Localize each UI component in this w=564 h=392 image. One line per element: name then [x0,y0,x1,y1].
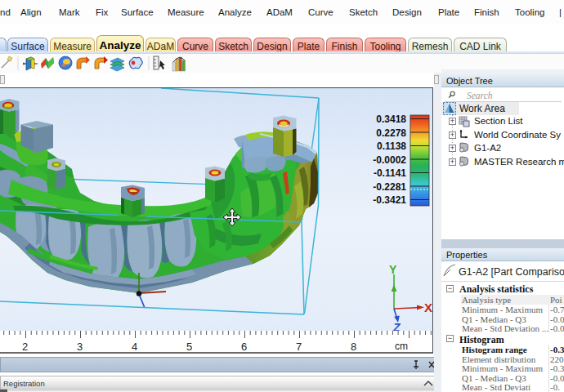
svg-text:0.1138: 0.1138 [377,140,406,152]
svg-text:Y: Y [389,263,397,276]
svg-text:0.2278: 0.2278 [376,127,406,139]
svg-text:0.3418: 0.3418 [376,114,406,125]
svg-text:-0.3421: -0.3421 [373,194,406,206]
svg-text:-0.2281: -0.2281 [373,181,406,193]
svg-text:-0.1141: -0.1141 [374,167,406,179]
svg-text:-0.0002: -0.0002 [373,154,406,166]
svg-text:X: X [424,301,432,314]
